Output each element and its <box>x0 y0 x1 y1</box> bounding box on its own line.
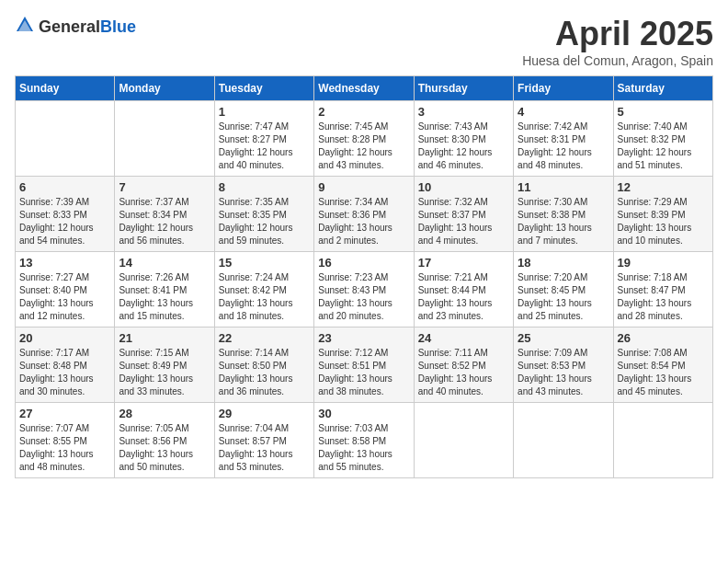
day-number: 29 <box>219 407 310 420</box>
day-detail: Sunrise: 7:20 AMSunset: 8:45 PMDaylight:… <box>518 271 609 323</box>
empty-cell <box>514 403 613 478</box>
day-cell-29: 29Sunrise: 7:04 AMSunset: 8:57 PMDayligh… <box>214 403 313 478</box>
day-cell-10: 10Sunrise: 7:32 AMSunset: 8:37 PMDayligh… <box>414 177 513 252</box>
day-detail: Sunrise: 7:07 AMSunset: 8:55 PMDaylight:… <box>19 422 110 474</box>
logo-blue-text: Blue <box>100 17 136 36</box>
day-number: 20 <box>19 331 110 345</box>
day-detail: Sunrise: 7:21 AMSunset: 8:44 PMDaylight:… <box>418 271 509 323</box>
day-header-wednesday: Wednesday <box>314 76 414 101</box>
day-number: 2 <box>318 105 409 119</box>
empty-cell <box>414 403 513 478</box>
day-cell-19: 19Sunrise: 7:18 AMSunset: 8:47 PMDayligh… <box>613 252 712 327</box>
week-row-5: 27Sunrise: 7:07 AMSunset: 8:55 PMDayligh… <box>16 403 713 478</box>
day-number: 23 <box>318 331 409 345</box>
day-detail: Sunrise: 7:23 AMSunset: 8:43 PMDaylight:… <box>318 271 409 323</box>
day-number: 4 <box>518 105 609 119</box>
day-header-friday: Friday <box>514 76 613 101</box>
day-header-thursday: Thursday <box>414 76 513 101</box>
day-number: 19 <box>618 256 709 270</box>
day-cell-22: 22Sunrise: 7:14 AMSunset: 8:50 PMDayligh… <box>214 327 313 403</box>
day-number: 3 <box>418 105 509 119</box>
week-row-2: 6Sunrise: 7:39 AMSunset: 8:33 PMDaylight… <box>16 177 713 252</box>
day-cell-13: 13Sunrise: 7:27 AMSunset: 8:40 PMDayligh… <box>16 252 115 327</box>
day-cell-14: 14Sunrise: 7:26 AMSunset: 8:41 PMDayligh… <box>115 252 214 327</box>
day-number: 18 <box>518 256 609 270</box>
day-detail: Sunrise: 7:11 AMSunset: 8:52 PMDaylight:… <box>418 347 509 398</box>
day-cell-9: 9Sunrise: 7:34 AMSunset: 8:36 PMDaylight… <box>314 177 414 252</box>
day-cell-7: 7Sunrise: 7:37 AMSunset: 8:34 PMDaylight… <box>115 177 214 252</box>
day-number: 21 <box>119 331 210 345</box>
week-row-3: 13Sunrise: 7:27 AMSunset: 8:40 PMDayligh… <box>16 252 713 327</box>
location-title: Huesa del Comun, Aragon, Spain <box>522 53 713 68</box>
day-detail: Sunrise: 7:15 AMSunset: 8:49 PMDaylight:… <box>119 347 210 398</box>
day-cell-17: 17Sunrise: 7:21 AMSunset: 8:44 PMDayligh… <box>414 252 513 327</box>
day-detail: Sunrise: 7:09 AMSunset: 8:53 PMDaylight:… <box>518 347 609 398</box>
day-header-monday: Monday <box>115 76 214 101</box>
header: GeneralBlue April 2025 Huesa del Comun, … <box>15 15 713 68</box>
day-number: 30 <box>318 407 409 420</box>
day-detail: Sunrise: 7:08 AMSunset: 8:54 PMDaylight:… <box>618 347 709 398</box>
month-title: April 2025 <box>522 15 713 53</box>
day-cell-4: 4Sunrise: 7:42 AMSunset: 8:31 PMDaylight… <box>514 101 613 177</box>
day-number: 11 <box>518 180 609 194</box>
empty-cell <box>16 101 115 177</box>
day-cell-25: 25Sunrise: 7:09 AMSunset: 8:53 PMDayligh… <box>514 327 613 403</box>
day-number: 24 <box>418 331 509 345</box>
day-detail: Sunrise: 7:47 AMSunset: 8:27 PMDaylight:… <box>219 121 310 172</box>
day-detail: Sunrise: 7:04 AMSunset: 8:57 PMDaylight:… <box>219 422 310 474</box>
day-number: 12 <box>618 180 709 194</box>
day-header-saturday: Saturday <box>613 76 712 101</box>
day-detail: Sunrise: 7:34 AMSunset: 8:36 PMDaylight:… <box>318 196 409 247</box>
day-cell-15: 15Sunrise: 7:24 AMSunset: 8:42 PMDayligh… <box>214 252 313 327</box>
day-detail: Sunrise: 7:17 AMSunset: 8:48 PMDaylight:… <box>19 347 110 398</box>
day-number: 27 <box>19 407 110 420</box>
day-number: 1 <box>219 105 310 119</box>
empty-cell <box>115 101 214 177</box>
day-detail: Sunrise: 7:32 AMSunset: 8:37 PMDaylight:… <box>418 196 509 247</box>
day-detail: Sunrise: 7:45 AMSunset: 8:28 PMDaylight:… <box>318 121 409 172</box>
day-detail: Sunrise: 7:35 AMSunset: 8:35 PMDaylight:… <box>219 196 310 247</box>
header-row: SundayMondayTuesdayWednesdayThursdayFrid… <box>16 76 713 101</box>
day-number: 6 <box>19 180 110 194</box>
day-number: 22 <box>219 331 310 345</box>
day-number: 14 <box>119 256 210 270</box>
day-number: 5 <box>618 105 709 119</box>
day-number: 28 <box>119 407 210 420</box>
day-detail: Sunrise: 7:42 AMSunset: 8:31 PMDaylight:… <box>518 121 609 172</box>
day-detail: Sunrise: 7:39 AMSunset: 8:33 PMDaylight:… <box>19 196 110 247</box>
day-detail: Sunrise: 7:18 AMSunset: 8:47 PMDaylight:… <box>618 271 709 323</box>
day-cell-30: 30Sunrise: 7:03 AMSunset: 8:58 PMDayligh… <box>314 403 414 478</box>
day-detail: Sunrise: 7:14 AMSunset: 8:50 PMDaylight:… <box>219 347 310 398</box>
title-area: April 2025 Huesa del Comun, Aragon, Spai… <box>522 15 713 68</box>
day-number: 9 <box>318 180 409 194</box>
day-detail: Sunrise: 7:30 AMSunset: 8:38 PMDaylight:… <box>518 196 609 247</box>
calendar-table: SundayMondayTuesdayWednesdayThursdayFrid… <box>15 75 713 478</box>
day-detail: Sunrise: 7:24 AMSunset: 8:42 PMDaylight:… <box>219 271 310 323</box>
day-number: 25 <box>518 331 609 345</box>
logo-icon <box>15 15 35 39</box>
day-detail: Sunrise: 7:29 AMSunset: 8:39 PMDaylight:… <box>618 196 709 247</box>
week-row-1: 1Sunrise: 7:47 AMSunset: 8:27 PMDaylight… <box>16 101 713 177</box>
day-number: 8 <box>219 180 310 194</box>
day-cell-12: 12Sunrise: 7:29 AMSunset: 8:39 PMDayligh… <box>613 177 712 252</box>
day-cell-1: 1Sunrise: 7:47 AMSunset: 8:27 PMDaylight… <box>214 101 313 177</box>
day-detail: Sunrise: 7:03 AMSunset: 8:58 PMDaylight:… <box>318 422 409 474</box>
day-number: 13 <box>19 256 110 270</box>
day-cell-2: 2Sunrise: 7:45 AMSunset: 8:28 PMDaylight… <box>314 101 414 177</box>
day-detail: Sunrise: 7:26 AMSunset: 8:41 PMDaylight:… <box>119 271 210 323</box>
day-number: 16 <box>318 256 409 270</box>
day-cell-28: 28Sunrise: 7:05 AMSunset: 8:56 PMDayligh… <box>115 403 214 478</box>
logo-general-text: General <box>39 17 100 36</box>
week-row-4: 20Sunrise: 7:17 AMSunset: 8:48 PMDayligh… <box>16 327 713 403</box>
day-detail: Sunrise: 7:27 AMSunset: 8:40 PMDaylight:… <box>19 271 110 323</box>
day-cell-11: 11Sunrise: 7:30 AMSunset: 8:38 PMDayligh… <box>514 177 613 252</box>
day-cell-5: 5Sunrise: 7:40 AMSunset: 8:32 PMDaylight… <box>613 101 712 177</box>
logo: GeneralBlue <box>15 15 136 39</box>
day-detail: Sunrise: 7:40 AMSunset: 8:32 PMDaylight:… <box>618 121 709 172</box>
day-cell-27: 27Sunrise: 7:07 AMSunset: 8:55 PMDayligh… <box>16 403 115 478</box>
day-cell-16: 16Sunrise: 7:23 AMSunset: 8:43 PMDayligh… <box>314 252 414 327</box>
day-detail: Sunrise: 7:43 AMSunset: 8:30 PMDaylight:… <box>418 121 509 172</box>
day-cell-21: 21Sunrise: 7:15 AMSunset: 8:49 PMDayligh… <box>115 327 214 403</box>
day-cell-24: 24Sunrise: 7:11 AMSunset: 8:52 PMDayligh… <box>414 327 513 403</box>
logo-text: GeneralBlue <box>39 17 136 37</box>
